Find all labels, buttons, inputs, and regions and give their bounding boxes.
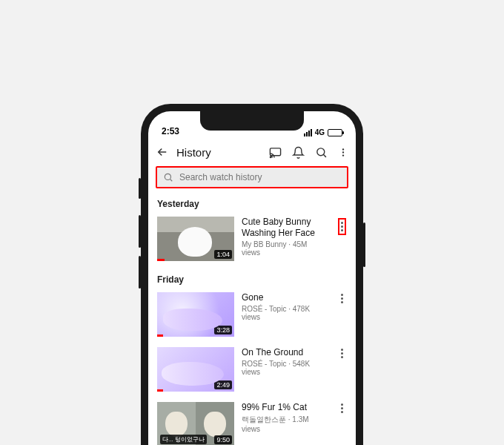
cast-icon[interactable] xyxy=(269,146,282,159)
network-label: 4G xyxy=(315,128,325,136)
video-meta: 99% Fur 1% Cat 랙돌열한스푼 · 1.3M views xyxy=(242,402,328,445)
svg-point-1 xyxy=(270,156,271,157)
duration-badge: 1:04 xyxy=(214,250,232,259)
mute-switch xyxy=(139,178,141,199)
back-icon[interactable] xyxy=(156,145,169,159)
video-subtitle: 랙돌열한스푼 · 1.3M views xyxy=(242,415,328,433)
video-title[interactable]: On The Ground xyxy=(242,347,328,358)
video-row[interactable]: 3:28 Gone ROSÉ - Topic · 478K views xyxy=(148,289,356,344)
video-thumbnail[interactable]: 2:49 xyxy=(157,347,234,392)
svg-point-4 xyxy=(342,151,344,153)
search-field-icon xyxy=(163,172,173,182)
watch-progress xyxy=(157,259,165,261)
video-thumbnail[interactable]: 1:04 xyxy=(157,217,234,261)
section-label-friday: Friday xyxy=(148,268,356,289)
volume-down-button xyxy=(139,256,141,289)
svg-point-3 xyxy=(342,148,344,150)
search-icon[interactable] xyxy=(315,146,328,159)
video-more-icon[interactable] xyxy=(341,403,343,413)
duration-badge: 3:28 xyxy=(214,326,232,334)
video-more-icon[interactable] xyxy=(341,294,343,303)
video-meta: Cute Baby Bunny Washing Her Face My BB B… xyxy=(242,217,328,261)
watch-progress xyxy=(157,389,163,392)
bell-icon[interactable] xyxy=(292,146,305,159)
video-more-icon[interactable] xyxy=(341,349,343,358)
video-subtitle: ROSÉ - Topic · 478K views xyxy=(242,305,328,321)
signal-icon xyxy=(304,129,312,136)
app-bar: History xyxy=(148,138,356,166)
search-input[interactable] xyxy=(179,172,341,182)
volume-up-button xyxy=(139,215,141,248)
video-title[interactable]: Gone xyxy=(242,292,328,303)
section-label-yesterday: Yesterday xyxy=(148,193,356,214)
svg-rect-0 xyxy=(270,148,280,155)
watch-progress xyxy=(157,334,163,337)
video-thumbnail[interactable]: 3:28 xyxy=(157,292,234,337)
battery-icon xyxy=(328,129,342,136)
svg-point-6 xyxy=(165,174,170,179)
screen: 2:53 4G History xyxy=(148,111,356,445)
video-title[interactable]: 99% Fur 1% Cat xyxy=(242,402,328,413)
duration-badge: 9:50 xyxy=(214,435,232,444)
video-subtitle: My BB Bunny · 45M views xyxy=(242,240,328,257)
thumbnail-caption: 다... 텅이었구나 xyxy=(160,435,207,444)
status-time: 2:53 xyxy=(162,126,179,136)
video-thumbnail[interactable]: 다... 텅이었구나 9:50 xyxy=(157,402,234,445)
overflow-icon[interactable] xyxy=(338,146,348,159)
status-right: 4G xyxy=(304,128,342,136)
search-container xyxy=(148,166,356,193)
svg-point-5 xyxy=(342,154,344,156)
video-meta: On The Ground ROSÉ - Topic · 548K views xyxy=(242,347,328,392)
video-row[interactable]: 2:49 On The Ground ROSÉ - Topic · 548K v… xyxy=(148,344,356,399)
svg-point-2 xyxy=(317,148,325,155)
video-subtitle: ROSÉ - Topic · 548K views xyxy=(242,360,328,376)
page-title: History xyxy=(176,146,211,159)
duration-badge: 2:49 xyxy=(214,380,232,389)
video-row[interactable]: 다... 텅이었구나 9:50 99% Fur 1% Cat 랙돌열한스푼 · … xyxy=(148,399,356,445)
video-title[interactable]: Cute Baby Bunny Washing Her Face xyxy=(242,217,328,239)
notch xyxy=(200,111,304,131)
phone-frame: 2:53 4G History xyxy=(141,104,363,445)
search-watch-history[interactable] xyxy=(156,166,348,188)
video-row[interactable]: 1:04 Cute Baby Bunny Washing Her Face My… xyxy=(148,214,356,268)
video-more-icon[interactable] xyxy=(338,218,346,235)
power-button xyxy=(363,222,365,267)
video-meta: Gone ROSÉ - Topic · 478K views xyxy=(242,292,328,337)
